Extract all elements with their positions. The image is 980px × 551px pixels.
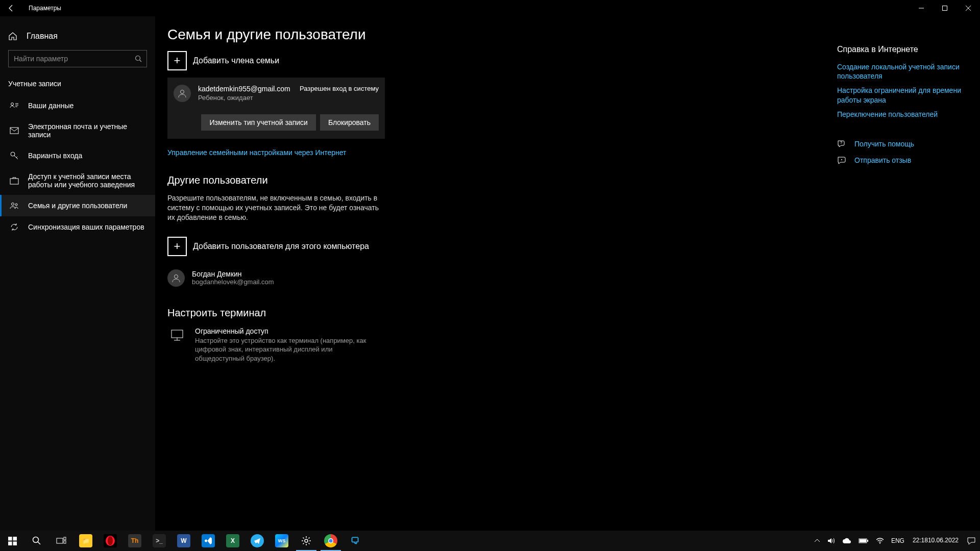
sync-icon: [10, 222, 19, 232]
tray-language[interactable]: ENG: [888, 531, 908, 551]
tray-clock[interactable]: 22:18 10.06.2022: [909, 531, 963, 551]
other-user-email: bogdanhelovek@gmail.com: [192, 278, 274, 286]
help-link-local-account[interactable]: Создание локальной учетной записи пользо…: [837, 62, 970, 81]
taskbar-app-terminal[interactable]: >_: [147, 531, 172, 551]
nav-label: Электронная почта и учетные записи: [28, 122, 147, 139]
monitor-icon: [167, 327, 187, 363]
kiosk-title: Ограниченный доступ: [195, 327, 379, 335]
add-family-label: Добавить члена семьи: [193, 56, 279, 65]
taskbar-app-word[interactable]: W: [172, 531, 196, 551]
svg-point-37: [879, 543, 880, 544]
tray-wifi[interactable]: [873, 531, 887, 551]
send-feedback-button[interactable]: Отправить отзыв: [837, 156, 970, 165]
other-user-row[interactable]: Богдан Демкин bogdanhelovek@gmail.com: [167, 266, 566, 290]
nav-family-users[interactable]: Семья и другие пользователи: [0, 195, 155, 216]
page-title: Семья и другие пользователи: [167, 27, 566, 43]
nav-work-school[interactable]: Доступ к учетной записи места работы или…: [0, 166, 155, 195]
start-button[interactable]: [0, 531, 24, 551]
nav-your-info[interactable]: Ваши данные: [0, 95, 155, 116]
telegram-icon: [251, 534, 264, 547]
taskbar-app-vscode[interactable]: [196, 531, 220, 551]
nav-label: Семья и другие пользователи: [28, 202, 127, 210]
taskbar-app-excel[interactable]: X: [220, 531, 245, 551]
taskbar-app-telegram[interactable]: [245, 531, 270, 551]
kiosk-setup-button[interactable]: Ограниченный доступ Настройте это устрой…: [167, 327, 566, 363]
svg-line-25: [38, 542, 40, 544]
tray-overflow[interactable]: [812, 531, 823, 551]
svg-rect-1: [943, 6, 947, 11]
tray-notifications[interactable]: [964, 531, 979, 551]
feedback-label: Отправить отзыв: [854, 156, 911, 164]
add-other-user-button[interactable]: + Добавить пользователя для этого компью…: [167, 235, 566, 263]
taskbar-app-opera[interactable]: [98, 531, 122, 551]
kiosk-heading: Настроить терминал: [167, 307, 566, 319]
svg-rect-22: [8, 541, 12, 545]
nav-signin-options[interactable]: Варианты входа: [0, 145, 155, 166]
help-link-screen-time[interactable]: Настройка ограничений для времени работы…: [837, 86, 970, 104]
help-app-icon: 🗨: [349, 534, 362, 547]
svg-rect-15: [172, 330, 183, 338]
nav-email-accounts[interactable]: Электронная почта и учетные записи: [0, 116, 155, 145]
taskbar-app-sublime[interactable]: Th: [122, 531, 147, 551]
excel-icon: X: [226, 534, 239, 547]
svg-text:?: ?: [840, 140, 843, 145]
get-help-label: Получить помощь: [854, 140, 914, 148]
taskbar-app-chrome[interactable]: [318, 531, 343, 551]
svg-point-2: [136, 56, 140, 61]
get-help-button[interactable]: ? Получить помощь: [837, 139, 970, 148]
feedback-icon: [837, 156, 846, 165]
taskbar-app-explorer[interactable]: 📁: [74, 531, 98, 551]
taskbar-app-webstorm[interactable]: WS: [270, 531, 294, 551]
folder-icon: 📁: [79, 534, 92, 547]
change-account-type-button[interactable]: Изменить тип учетной записи: [201, 114, 315, 131]
svg-point-31: [305, 539, 308, 542]
family-member-card[interactable]: kadetdemkin955@gmail.com Ребенок, ожидае…: [167, 78, 385, 139]
task-view-button[interactable]: [49, 531, 74, 551]
nav-label: Доступ к учетной записи места работы или…: [28, 172, 147, 189]
svg-point-14: [175, 274, 178, 278]
help-link-switch-users[interactable]: Переключение пользователей: [837, 110, 970, 119]
window-title: Параметры: [29, 5, 61, 12]
family-status: Разрешен вход в систему: [300, 85, 379, 102]
help-heading: Справка в Интернете: [837, 45, 970, 54]
manage-family-online-link[interactable]: Управление семейными настройками через И…: [167, 148, 346, 157]
back-button[interactable]: [6, 3, 16, 13]
maximize-button[interactable]: [933, 0, 957, 16]
svg-rect-23: [13, 541, 17, 545]
home-button[interactable]: Главная: [0, 27, 155, 46]
tray-battery[interactable]: [855, 531, 872, 551]
nav-label: Варианты входа: [28, 152, 82, 160]
close-button[interactable]: [957, 0, 980, 16]
home-icon: [8, 32, 17, 41]
people-icon: [10, 201, 19, 210]
tray-onedrive[interactable]: [839, 531, 854, 551]
svg-rect-8: [10, 128, 18, 134]
svg-rect-21: [13, 537, 17, 541]
plus-icon: +: [167, 51, 187, 70]
nav-label: Ваши данные: [28, 102, 74, 110]
add-family-member-button[interactable]: + Добавить члена семьи: [167, 49, 566, 78]
minimize-button[interactable]: [910, 0, 933, 16]
svg-point-4: [11, 103, 14, 106]
sidebar: Главная Учетные записи Ваши данные: [0, 16, 155, 531]
taskbar-app-settings[interactable]: [294, 531, 318, 551]
svg-point-33: [329, 539, 333, 543]
clock-date: 10.06.2022: [928, 537, 959, 544]
family-role: Ребенок, ожидает: [198, 94, 292, 102]
svg-rect-36: [860, 539, 866, 542]
search-button[interactable]: [24, 531, 49, 551]
svg-rect-27: [64, 537, 66, 540]
sidebar-section-title: Учетные записи: [0, 77, 155, 95]
svg-point-30: [108, 536, 113, 545]
gear-icon: [300, 534, 313, 547]
svg-point-13: [181, 90, 184, 94]
tray-volume[interactable]: [824, 531, 838, 551]
search-input[interactable]: [8, 50, 147, 67]
home-label: Главная: [27, 32, 58, 41]
titlebar: Параметры: [0, 0, 980, 16]
taskbar-app-help[interactable]: 🗨: [343, 531, 368, 551]
svg-rect-20: [8, 537, 12, 541]
nav-sync[interactable]: Синхронизация ваших параметров: [0, 216, 155, 238]
block-button[interactable]: Блокировать: [320, 114, 379, 131]
terminal-icon: >_: [153, 534, 166, 547]
